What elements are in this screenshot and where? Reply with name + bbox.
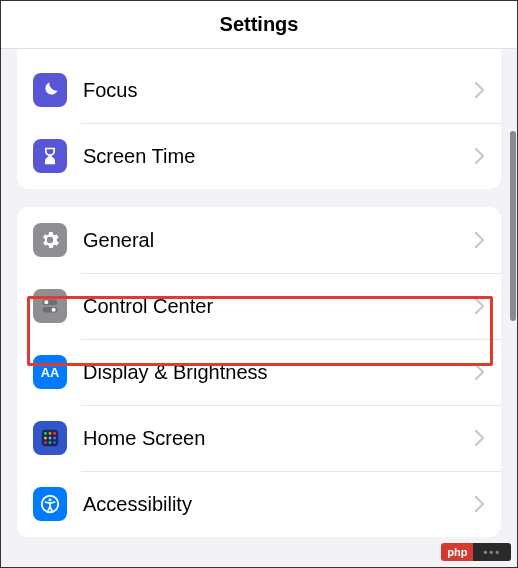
svg-point-6 (44, 432, 47, 435)
chevron-right-icon (475, 496, 485, 512)
svg-point-14 (53, 441, 56, 444)
chevron-right-icon (475, 232, 485, 248)
chevron-right-icon (475, 82, 485, 98)
svg-point-10 (49, 437, 52, 440)
settings-content: Focus Screen Time General Control Center (1, 49, 517, 537)
row-label: Focus (83, 79, 475, 102)
svg-point-13 (49, 441, 52, 444)
row-label: Control Center (83, 295, 475, 318)
scrollbar[interactable] (510, 131, 516, 321)
svg-point-16 (49, 498, 52, 501)
settings-group-1: Focus Screen Time (17, 49, 501, 189)
svg-point-7 (49, 432, 52, 435)
row-control-center[interactable]: Control Center (17, 273, 501, 339)
svg-point-3 (52, 308, 56, 312)
page-title: Settings (220, 13, 299, 36)
svg-point-8 (53, 432, 56, 435)
row-focus[interactable]: Focus (17, 57, 501, 123)
row-general[interactable]: General (17, 207, 501, 273)
row-label: Screen Time (83, 145, 475, 168)
row-screen-time[interactable]: Screen Time (17, 123, 501, 189)
general-icon (33, 223, 67, 257)
svg-point-12 (44, 441, 47, 444)
chevron-right-icon (475, 298, 485, 314)
svg-text:AA: AA (41, 365, 60, 380)
row-display-brightness[interactable]: AA Display & Brightness (17, 339, 501, 405)
header: Settings (1, 1, 517, 49)
row-accessibility[interactable]: Accessibility (17, 471, 501, 537)
watermark: php ••• (441, 543, 511, 561)
display-icon: AA (33, 355, 67, 389)
svg-point-1 (44, 300, 48, 304)
svg-point-9 (44, 437, 47, 440)
row-label: Accessibility (83, 493, 475, 516)
row-label: Display & Brightness (83, 361, 475, 384)
svg-point-11 (53, 437, 56, 440)
row-home-screen[interactable]: Home Screen (17, 405, 501, 471)
focus-icon (33, 73, 67, 107)
row-label: General (83, 229, 475, 252)
screentime-icon (33, 139, 67, 173)
chevron-right-icon (475, 430, 485, 446)
settings-group-2: General Control Center AA Display & Brig… (17, 207, 501, 537)
watermark-left: php (441, 543, 473, 561)
watermark-right: ••• (473, 543, 511, 561)
chevron-right-icon (475, 364, 485, 380)
controlcenter-icon (33, 289, 67, 323)
row-label: Home Screen (83, 427, 475, 450)
chevron-right-icon (475, 148, 485, 164)
accessibility-icon (33, 487, 67, 521)
homescreen-icon (33, 421, 67, 455)
